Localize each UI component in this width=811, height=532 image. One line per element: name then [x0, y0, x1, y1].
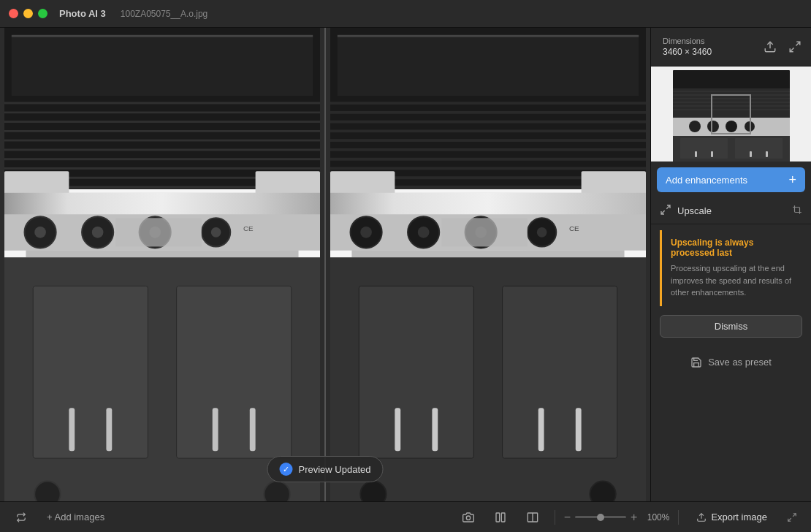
svg-point-64 [418, 227, 430, 238]
preview-badge: ✓ Preview Updated [267, 456, 384, 482]
dimensions-label: Dimensions [663, 37, 753, 45]
dimensions-row: Dimensions 3460 × 3460 [651, 28, 811, 66]
zoom-plus-icon[interactable]: + [631, 511, 637, 524]
svg-rect-78 [538, 408, 544, 451]
traffic-lights [9, 9, 47, 18]
svg-rect-104 [711, 151, 713, 157]
svg-rect-44 [338, 35, 639, 37]
svg-rect-34 [177, 286, 292, 458]
upload-button[interactable] [760, 37, 780, 57]
svg-rect-31 [26, 250, 298, 257]
svg-text:CE: CE [243, 224, 254, 232]
svg-rect-109 [501, 513, 505, 522]
preview-badge-label: Preview Updated [299, 464, 371, 475]
left-grill-svg: CE [0, 28, 324, 501]
svg-rect-33 [33, 286, 148, 458]
svg-rect-105 [750, 151, 752, 157]
fullscreen-icon [787, 512, 797, 522]
split-divider [324, 28, 326, 501]
svg-point-81 [590, 482, 615, 501]
camera-icon [462, 512, 474, 523]
thumbnail-selection [711, 94, 751, 134]
preview-badge-icon: ✓ [280, 463, 293, 476]
add-images-label: + Add images [47, 512, 104, 522]
svg-rect-37 [213, 408, 218, 451]
svg-point-40 [264, 482, 289, 501]
minimize-button[interactable] [23, 9, 33, 18]
warning-text: Processing upscaling at the end improves… [671, 262, 793, 299]
main-content: CE [0, 28, 811, 501]
zoom-slider-handle [597, 514, 604, 521]
compare-icon [495, 512, 506, 523]
toolbar-separator-2 [678, 510, 679, 525]
file-name: 100ZA05075__A.o.jpg [121, 9, 207, 19]
export-label: Export image [711, 512, 767, 522]
warning-box: Upscaling is always processed last Proce… [660, 230, 802, 306]
export-button[interactable]: Export image [688, 507, 776, 527]
svg-rect-101 [680, 138, 728, 159]
titlebar: Photo AI 3 100ZA05075__A.o.jpg [0, 0, 811, 28]
svg-rect-75 [503, 286, 617, 458]
bottom-toolbar: + Add images − + 100% [0, 501, 811, 532]
sidebar: Dimensions 3460 × 3460 [650, 28, 811, 501]
mini-thumbnail [651, 66, 811, 162]
svg-point-62 [360, 227, 372, 238]
camera-button[interactable] [455, 508, 481, 527]
split-view: CE [0, 28, 650, 501]
upscale-row: Upscale [651, 198, 811, 224]
add-enhancements-plus-icon: + [788, 173, 796, 186]
expand-button[interactable] [785, 37, 805, 57]
right-image-panel: CE [326, 28, 650, 501]
maximize-button[interactable] [38, 9, 47, 18]
zoom-control: − + 100% [564, 511, 670, 524]
add-enhancements-label: Add enhancements [666, 175, 747, 186]
save-preset-label: Save as preset [708, 357, 772, 368]
preview-area: CE [0, 28, 650, 501]
fullscreen-button[interactable] [782, 507, 802, 528]
add-row-icon [16, 512, 26, 522]
svg-line-113 [793, 513, 796, 516]
svg-point-27 [211, 227, 221, 238]
save-preset-icon [690, 357, 702, 368]
svg-rect-69 [441, 218, 528, 246]
right-grill-svg: CE [326, 28, 650, 501]
warning-title: Upscaling is always processed last [671, 238, 793, 258]
svg-rect-76 [395, 408, 400, 451]
add-images-button[interactable]: + Add images [39, 508, 112, 526]
add-enhancements-button[interactable]: Add enhancements + [657, 167, 805, 192]
svg-line-84 [790, 48, 793, 52]
app-title: Photo AI 3 [59, 8, 106, 19]
svg-rect-74 [359, 286, 473, 458]
svg-rect-108 [496, 513, 500, 522]
svg-rect-77 [432, 408, 438, 451]
svg-point-39 [34, 482, 60, 501]
save-preset-button[interactable]: Save as preset [660, 349, 802, 376]
svg-line-83 [796, 42, 800, 45]
svg-line-114 [788, 518, 791, 521]
zoom-level[interactable]: 100% [641, 512, 669, 522]
add-row-button[interactable] [9, 509, 34, 526]
svg-rect-28 [115, 218, 202, 246]
svg-rect-79 [576, 408, 582, 451]
svg-point-23 [92, 227, 104, 238]
svg-rect-38 [250, 408, 256, 451]
svg-rect-103 [695, 151, 697, 157]
compare-button[interactable] [487, 508, 514, 527]
zoom-slider[interactable] [575, 516, 626, 518]
svg-point-96 [689, 121, 701, 132]
svg-rect-102 [735, 138, 783, 159]
crop-icon [792, 205, 802, 217]
close-button[interactable] [9, 9, 18, 18]
dimensions-value: 3460 × 3460 [663, 47, 753, 57]
svg-point-68 [537, 227, 547, 238]
svg-rect-72 [351, 250, 624, 257]
svg-rect-3 [12, 35, 313, 37]
svg-point-107 [466, 516, 470, 520]
svg-rect-35 [69, 408, 75, 451]
zoom-minus-icon[interactable]: − [564, 511, 571, 524]
upscale-label: Upscale [677, 205, 712, 216]
split-view-button[interactable] [519, 508, 546, 527]
dismiss-button[interactable]: Dismiss [660, 315, 802, 338]
export-icon [696, 512, 707, 522]
dimensions-panel: Dimensions 3460 × 3460 [657, 34, 755, 60]
